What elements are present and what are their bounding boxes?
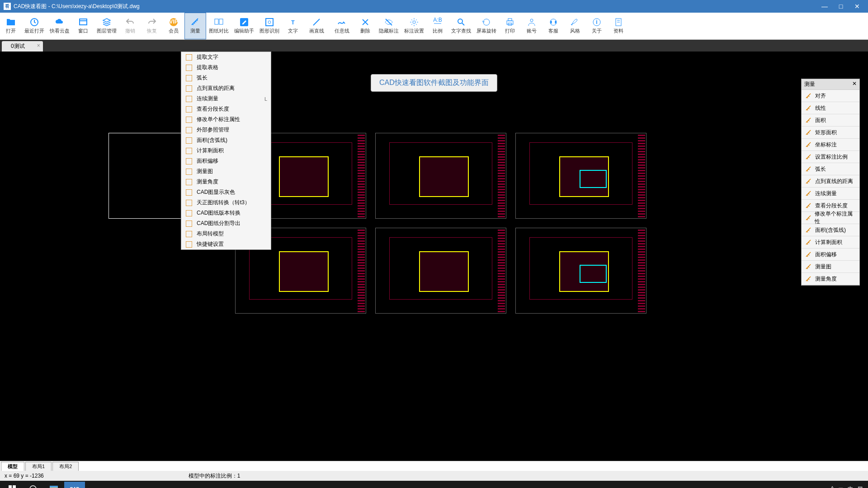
menu-item[interactable]: 修改单个标注属性 (181, 114, 271, 125)
drawing-tile[interactable] (515, 133, 646, 219)
panel-item[interactable]: 矩形面积 (802, 127, 859, 139)
panel-item-label: 连续测量 (815, 190, 837, 197)
panel-item[interactable]: 面积 (802, 114, 859, 127)
toolbar-clock-button[interactable]: 最近打开 (22, 13, 47, 39)
panel-close-icon[interactable]: ✕ (852, 80, 857, 88)
folder-icon (5, 18, 16, 27)
toolbar-settings-button[interactable]: 标注设置 (401, 13, 427, 39)
panel-item[interactable]: 弧长 (802, 163, 859, 175)
toolbar-scale-button[interactable]: A:B比例 (427, 13, 448, 39)
menu-item-icon (185, 199, 193, 206)
toolbar-line-button[interactable]: 画直线 (304, 13, 329, 39)
svg-text:A:B: A:B (433, 17, 442, 23)
svg-rect-19 (508, 19, 512, 21)
toolbar-vip-button[interactable]: VIP会员 (163, 13, 184, 39)
toolbar-edit-button[interactable]: 编辑助手 (231, 13, 257, 39)
close-button[interactable]: ✕ (850, 2, 864, 11)
document-tab[interactable]: 0测试 × (2, 41, 43, 52)
menu-item[interactable]: 提取表格 (181, 62, 271, 73)
minimize-button[interactable]: — (817, 2, 832, 11)
panel-header[interactable]: 测量 ✕ (802, 79, 859, 90)
panel-item[interactable]: 面积偏移 (802, 249, 859, 261)
maximize-button[interactable]: □ (834, 2, 848, 11)
menu-item[interactable]: 面积(含弧线) (181, 135, 271, 145)
menu-item[interactable]: CAD图显示灰色 (181, 187, 271, 197)
tray-notification-icon[interactable]: ▤ (858, 485, 863, 488)
explorer-button[interactable] (43, 482, 64, 488)
toolbar-account-button[interactable]: 账号 (521, 13, 542, 39)
menu-item[interactable]: 测量图 (181, 166, 271, 177)
menu-item[interactable]: 布局转模型 (181, 229, 271, 239)
cad-app-button[interactable]: CAD (64, 482, 85, 488)
panel-item-label: 矩形面积 (815, 129, 837, 136)
toolbar-undo-button[interactable]: 撤销 (119, 13, 141, 39)
drawing-tile[interactable] (515, 228, 646, 314)
panel-item[interactable]: 修改单个标注属性 (802, 212, 859, 224)
menu-item[interactable]: 弧长 (181, 73, 271, 83)
svg-rect-31 (186, 85, 192, 92)
toolbar-style-button[interactable]: 风格 (564, 13, 586, 39)
svg-rect-30 (186, 75, 192, 81)
toolbar-hide-button[interactable]: 隐藏标注 (376, 13, 401, 39)
drawing-tile[interactable] (375, 228, 506, 314)
menu-item[interactable]: 外部参照管理 (181, 125, 271, 135)
menu-item[interactable]: 计算剩面积 (181, 145, 271, 156)
toolbar-support-button[interactable]: 客服 (542, 13, 564, 39)
toolbar-layers-button[interactable]: 图层管理 (94, 13, 119, 39)
toolbar-freeline-button[interactable]: 任意线 (329, 13, 354, 39)
svg-rect-29 (186, 65, 192, 71)
toolbar-compare-button[interactable]: 图纸对比 (206, 13, 231, 39)
panel-item[interactable]: 坐标标注 (802, 139, 859, 151)
menu-item[interactable]: 查看分段长度 (181, 104, 271, 114)
menu-item[interactable]: 连续测量L (181, 94, 271, 104)
tray-chevron-icon[interactable]: ^ (831, 485, 834, 488)
drawing-canvas[interactable]: 提取文字提取表格弧长点到直线的距离连续测量L查看分段长度修改单个标注属性外部参照… (0, 52, 868, 461)
layout-tab[interactable]: 布局1 (25, 462, 52, 471)
toolbar-find-button[interactable]: 文字查找 (448, 13, 474, 39)
panel-item[interactable]: 计算剩面积 (802, 236, 859, 249)
layout-tab[interactable]: 布局2 (52, 462, 79, 471)
scale-icon: A:B (432, 18, 443, 27)
menu-item[interactable]: CAD图纸分割导出 (181, 218, 271, 229)
panel-item[interactable]: 点到直线的距离 (802, 175, 859, 188)
toolbar-rotate-button[interactable]: 屏幕旋转 (474, 13, 499, 39)
tab-close-icon[interactable]: × (37, 42, 40, 49)
menu-item[interactable]: 面积偏移 (181, 156, 271, 166)
toolbar-folder-button[interactable]: 打开 (0, 13, 22, 39)
toolbar-window-button[interactable]: 窗口 (72, 13, 94, 39)
menu-item[interactable]: 快捷键设置 (181, 239, 271, 249)
toolbar-print-button[interactable]: 打印 (499, 13, 521, 39)
toolbar-measure-button[interactable]: 测量 (184, 13, 206, 39)
menu-item-label: CAD图纸版本转换 (197, 209, 267, 217)
layout-tab[interactable]: 模型 (1, 462, 24, 471)
menu-item[interactable]: 点到直线的距离 (181, 83, 271, 94)
panel-item[interactable]: 对齐 (802, 90, 859, 102)
toolbar-text-button[interactable]: T文字 (282, 13, 304, 39)
toolbar-recognize-button[interactable]: 图形识别 (257, 13, 282, 39)
toolbar-about-button[interactable]: i关于 (586, 13, 608, 39)
panel-item[interactable]: 面积(含弧线) (802, 224, 859, 236)
tray-ime-icon[interactable]: 中 (848, 485, 853, 488)
menu-item[interactable]: CAD图纸版本转换 (181, 208, 271, 218)
start-button[interactable] (2, 482, 23, 488)
toolbar-label: 比例 (433, 28, 443, 34)
toolbar-redo-button[interactable]: 恢复 (141, 13, 163, 39)
toolbar-cloud-button[interactable]: 快看云盘 (47, 13, 72, 39)
menu-item-icon (185, 220, 193, 227)
panel-item[interactable]: 线性 (802, 102, 859, 114)
menu-item[interactable]: 测量角度 (181, 177, 271, 187)
panel-item[interactable]: 测量角度 (802, 273, 859, 285)
cortana-button[interactable] (23, 482, 43, 488)
menu-item-icon (185, 178, 193, 186)
panel-item[interactable]: 测量图 (802, 261, 859, 273)
toolbar-docs-button[interactable]: 资料 (608, 13, 629, 39)
menu-item[interactable]: 天正图纸转换（转t3） (181, 197, 271, 208)
menu-item-label: 布局转模型 (197, 230, 267, 238)
clock-icon (29, 18, 40, 27)
menu-item[interactable]: 提取文字 (181, 52, 271, 62)
toolbar-delete-button[interactable]: 删除 (354, 13, 376, 39)
drawing-tile[interactable] (375, 133, 506, 219)
panel-item[interactable]: 设置标注比例 (802, 151, 859, 163)
tray-network-icon[interactable]: ▭ (838, 485, 843, 488)
panel-item[interactable]: 连续测量 (802, 188, 859, 200)
